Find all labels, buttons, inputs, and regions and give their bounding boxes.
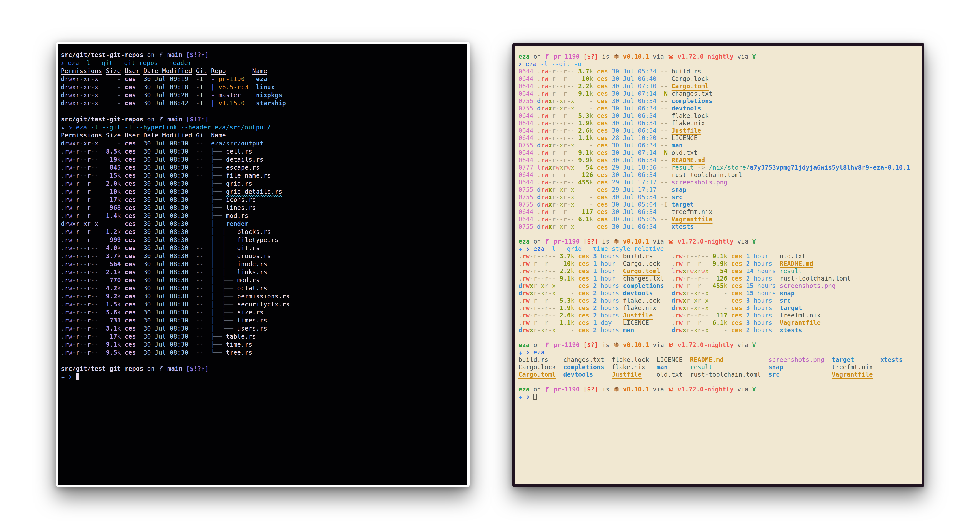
terminal-line: 0755 drwxr-xr-x - ces 30 Jul 05:04 -I ta… <box>519 201 918 208</box>
terminal-line: eza -l --git -o <box>519 61 918 68</box>
terminal-line: .rw-r--r-- 4.2k ces 30 Jul 08:30 -- │ ├─… <box>61 284 465 292</box>
terminal-line: .rw-r--r-- 3.7k ces 3 hours build.rs .rw… <box>519 253 918 260</box>
terminal-line: eza -l --git --git-repos --header <box>61 59 465 67</box>
terminal-line: 0755 drwxr-xr-x - ces 30 Jul 06:34 -- de… <box>519 105 918 112</box>
terminal-line: Cargo.lock completions flake.nix man res… <box>519 364 918 371</box>
package-icon <box>613 342 619 350</box>
terminal-line: build.rs changes.txt flake.lock LICENCE … <box>519 356 918 364</box>
terminal-line: .rw-r--r-- 17k ces 30 Jul 08:30 -- ├── i… <box>61 196 465 204</box>
terminal-line: drwxr-xr-x - ces 2 hours man drwxr-xr-x … <box>519 327 918 334</box>
terminal-line: 0644 .rw-r--r-- 1.9k ces 30 Jul 06:34 --… <box>519 120 918 127</box>
terminal-window-dark: src/git/test-git-repos on main [$!?⇡] ez… <box>56 42 469 487</box>
terminal-line: eza <box>519 349 918 356</box>
prompt-chevron-icon <box>69 124 72 132</box>
terminal-line: 0755 drwxr-xr-x - ces 30 Jul 06:34 -- xt… <box>519 223 918 231</box>
package-icon <box>613 54 619 61</box>
terminal-line: Permissions Size User Date Modified Git … <box>61 67 465 75</box>
terminal-line: eza -l --git -T --hyperlink --header eza… <box>61 123 465 131</box>
git-branch-icon <box>544 54 550 61</box>
terminal-output-light: eza on pr-1190 [$?] is v0.10.1 via v1.72… <box>519 53 918 400</box>
git-branch-icon <box>159 116 164 124</box>
terminal-line: .rw-r--r-- 9.5k ces 30 Jul 08:30 -- └── … <box>61 349 465 357</box>
terminal-line: drwxr-xr-x - ces 2 hours devtools drwxr-… <box>519 290 918 297</box>
terminal-line: .rw-r--r-- 5.6k ces 30 Jul 08:30 -- │ ├─… <box>61 308 465 316</box>
terminal-line: .rw-r--r-- 770 ces 30 Jul 08:30 -- │ ├──… <box>61 276 465 284</box>
terminal-line: .rw-r--r-- 9.1k ces 30 Jul 08:30 -- ├── … <box>61 341 465 349</box>
terminal-line: .rw-r--r-- 2.1k ces 30 Jul 08:30 -- │ ├─… <box>61 268 465 276</box>
terminal-line: 0644 .rw-r--r-- 9.9k ces 30 Jul 06:34 --… <box>519 156 918 164</box>
cursor-outline <box>533 394 536 400</box>
terminal-line: .rw-r--r-- 5.3k ces 2 hours flake.lock d… <box>519 297 918 305</box>
terminal-line: .rw-r--r-- 3.1k ces 30 Jul 08:30 -- │ └─… <box>61 324 465 332</box>
terminal-line: .rw-r--r-- 3.7k ces 30 Jul 08:30 -- │ ├─… <box>61 252 465 260</box>
terminal-line: .rw-r--r-- 10k ces 1 hour Cargo.lock .rw… <box>519 260 918 268</box>
cursor-block <box>76 373 80 380</box>
terminal-line <box>519 378 918 386</box>
terminal-line: 0644 .rw-r--r-- 6.1k ces 30 Jul 05:05 --… <box>519 216 918 223</box>
terminal-output-dark: src/git/test-git-repos on main [$!?⇡] ez… <box>61 51 465 381</box>
terminal-line: drwxr-xr-x - ces 30 Jul 09:20 -I - maste… <box>61 91 465 99</box>
terminal-line: .rw-r--r-- 2.0k ces 30 Jul 08:30 -- ├── … <box>61 180 465 188</box>
terminal-line: 0644 .rw-r--r-- 455k ces 29 Jul 17:17 --… <box>519 179 918 186</box>
terminal-line <box>519 393 918 400</box>
terminal-line: .rw-r--r-- 968 ces 30 Jul 08:30 -- ├── l… <box>61 204 465 212</box>
crab-icon <box>668 342 674 350</box>
terminal-line: .rw-r--r-- 15k ces 30 Jul 08:30 -- ├── f… <box>61 172 465 180</box>
prompt-chevron-icon <box>61 60 64 68</box>
terminal-line: .rw-r--r-- 8.5k ces 30 Jul 08:30 -- ├── … <box>61 147 465 155</box>
four-point-star-icon <box>519 394 523 402</box>
terminal-line: drwxr-xr-x - ces 30 Jul 08:30 -- ├── ren… <box>61 220 465 228</box>
four-point-star-icon <box>519 350 523 357</box>
git-branch-icon <box>159 365 164 373</box>
terminal-line: .rw-r--r-- 1.1k ces 1 day LICENCE .rw-r-… <box>519 319 918 327</box>
terminal-line: 0644 .rw-r--r-- 126 ces 30 Jul 06:34 -- … <box>519 171 918 179</box>
terminal-line: .rw-r--r-- 10k ces 30 Jul 08:30 -- ├── g… <box>61 188 465 196</box>
terminal-line: .rw-r--r-- 564 ces 30 Jul 08:30 -- │ ├──… <box>61 260 465 268</box>
terminal-line <box>61 357 465 365</box>
terminal-line: .rw-r--r-- 19k ces 30 Jul 08:30 -- ├── d… <box>61 155 465 164</box>
terminal-line: 0644 .rw-r--r-- 2.2k ces 30 Jul 07:10 --… <box>519 83 918 90</box>
terminal-line: 0644 .rw-r--r-- 10k ces 30 Jul 06:40 -- … <box>519 75 918 83</box>
git-branch-icon <box>544 342 550 350</box>
terminal-line: 0755 drwxr-xr-x - ces 30 Jul 05:34 -- sr… <box>519 193 918 201</box>
terminal-line <box>519 231 918 238</box>
terminal-line <box>61 107 465 115</box>
terminal-line: .rw-r--r-- 1.5k ces 30 Jul 08:30 -- │ ├─… <box>61 300 465 308</box>
terminal-line: .rw-r--r-- 1.9k ces 2 hours flake.nix dr… <box>519 305 918 312</box>
terminal-line: 0644 .rw-r--r-- 3.7k ces 30 Jul 05:34 --… <box>519 68 918 75</box>
terminal-line: 0644 .rw-r--r-- 1.1k ces 28 Jul 10:20 --… <box>519 134 918 142</box>
crab-icon <box>668 54 674 61</box>
terminal-line: src/git/test-git-repos on main [$!?⇡] <box>61 115 465 123</box>
four-point-star-icon <box>61 373 65 382</box>
terminal-line: .rw-r--r-- 17k ces 30 Jul 08:30 -- ├── t… <box>61 332 465 341</box>
terminal-line: src/git/test-git-repos on main [$!?⇡] <box>61 51 465 59</box>
prompt-chevron-icon <box>519 61 522 69</box>
terminal-line: Permissions Size User Date Modified Git … <box>61 131 465 139</box>
terminal-line: 0644 .rw-r--r-- 117 ces 30 Jul 06:34 -- … <box>519 208 918 216</box>
terminal-line: eza -l --grid --time-style relative <box>519 245 918 253</box>
terminal-line: 0755 drwxr-xr-x - ces 30 Jul 06:34 -- ma… <box>519 142 918 149</box>
package-icon <box>613 386 619 394</box>
git-branch-icon <box>544 386 550 394</box>
terminal-screen-dark[interactable]: src/git/test-git-repos on main [$!?⇡] ez… <box>58 44 468 485</box>
prompt-chevron-icon <box>69 373 72 382</box>
terminal-line: Cargo.toml devtools Justfile old.txt rus… <box>519 371 918 378</box>
terminal-line: .rw-r--r-- 1.2k ces 30 Jul 08:30 -- │ ├─… <box>61 228 465 236</box>
terminal-window-light[interactable]: eza on pr-1190 [$?] is v0.10.1 via v1.72… <box>512 43 924 487</box>
crab-icon <box>668 239 674 246</box>
terminal-line: 0755 drwxr-xr-x - ces 29 Jul 17:17 -- sn… <box>519 186 918 193</box>
terminal-line: 0644 .rw-r--r-- 2.6k ces 30 Jul 06:34 --… <box>519 127 918 134</box>
terminal-line: .rw-r--r-- 845 ces 30 Jul 08:30 -- ├── e… <box>61 164 465 172</box>
terminal-line: 0755 drwxr-xr-x - ces 30 Jul 06:34 -- co… <box>519 97 918 105</box>
terminal-line: eza on pr-1190 [$?] is v0.10.1 via v1.72… <box>519 53 918 61</box>
terminal-line: .rw-r--r-- 2.2k ces 1 hour Cargo.toml lr… <box>519 268 918 275</box>
terminal-line: 0644 .rw-r--r-- 9.1k ces 30 Jul 07:14 -N… <box>519 149 918 156</box>
terminal-line <box>61 373 465 381</box>
terminal-line: drwxr-xr-x - ces 2 hours completions .rw… <box>519 282 918 290</box>
prompt-chevron-icon <box>526 246 530 254</box>
git-branch-icon <box>544 238 550 246</box>
terminal-line: .rw-r--r-- 2.6k ces 2 hours Justfile .rw… <box>519 312 918 319</box>
terminal-line: eza on pr-1190 [$?] is v0.10.1 via v1.72… <box>519 386 918 393</box>
crab-icon <box>668 387 674 394</box>
git-branch-icon <box>159 52 164 60</box>
